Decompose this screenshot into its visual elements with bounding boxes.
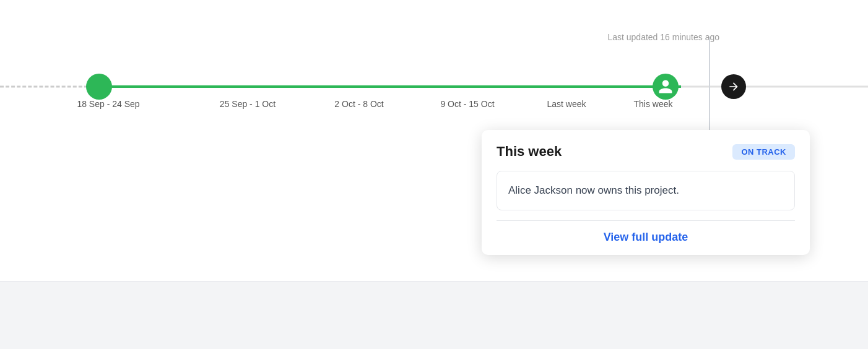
label-25sep: 25 Sep - 1 Oct xyxy=(220,99,276,109)
dashed-line xyxy=(0,86,99,88)
timeline-container: Last updated 16 minutes ago 18 Sep - 24 … xyxy=(0,0,868,349)
on-track-badge: ON TRACK xyxy=(732,144,795,160)
milestone-dot-start xyxy=(86,74,112,100)
tooltip-title: This week xyxy=(497,144,562,160)
tooltip-card: This week ON TRACK Alice Jackson now own… xyxy=(482,130,810,255)
tooltip-divider xyxy=(497,220,795,221)
solid-green-line xyxy=(99,85,681,88)
last-updated-text: Last updated 16 minutes ago xyxy=(607,32,719,42)
tooltip-header: This week ON TRACK xyxy=(497,144,795,160)
avatar-dot-thisweek xyxy=(653,74,679,100)
label-9oct: 9 Oct - 15 Oct xyxy=(440,99,494,109)
bottom-bar xyxy=(0,281,868,349)
tooltip-content-text: Alice Jackson now owns this project. xyxy=(508,184,679,196)
label-lastweek: Last week xyxy=(547,99,586,109)
view-full-update-link[interactable]: View full update xyxy=(497,231,795,255)
next-arrow-button[interactable] xyxy=(721,74,746,99)
label-thisweek: This week xyxy=(633,99,672,109)
label-18sep: 18 Sep - 24 Sep xyxy=(77,99,139,109)
tooltip-content-box: Alice Jackson now owns this project. xyxy=(497,171,795,210)
label-2oct: 2 Oct - 8 Oct xyxy=(334,99,383,109)
